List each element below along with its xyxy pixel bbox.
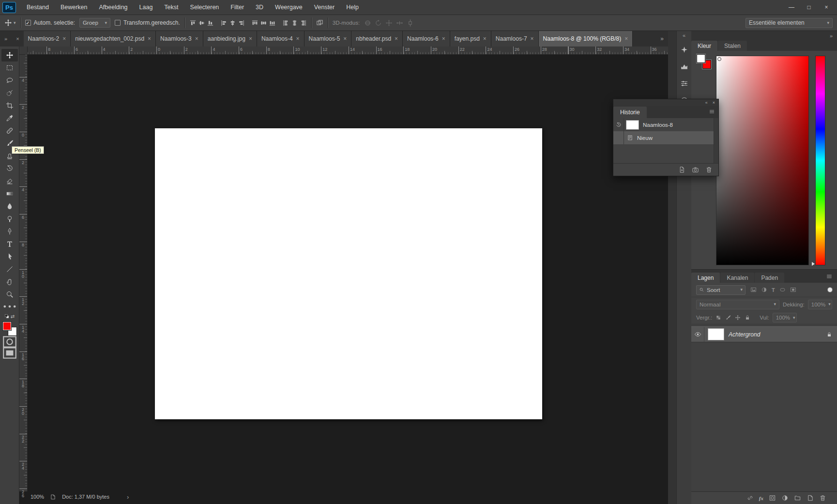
distribute-vertical-centers-icon[interactable] bbox=[260, 19, 267, 27]
histogram-panel-icon[interactable] bbox=[677, 60, 692, 73]
tab-overflow-icon[interactable]: » bbox=[656, 35, 668, 42]
menu-venster[interactable]: Venster bbox=[308, 0, 340, 15]
history-state-row[interactable]: Nieuw bbox=[613, 131, 718, 144]
trash-icon[interactable] bbox=[819, 494, 826, 502]
document-tab[interactable]: nieuwsgedachten_002.psd× bbox=[71, 31, 156, 46]
default-colors-icon[interactable] bbox=[4, 314, 10, 319]
rectangular-marquee-tool[interactable] bbox=[1, 61, 18, 74]
expand-panels-icon[interactable]: « bbox=[677, 31, 691, 39]
history-brush-well[interactable] bbox=[613, 131, 624, 144]
vertical-ruler[interactable]: 42024681 01 21 41 61 82 02 22 42 6 bbox=[19, 55, 28, 491]
document-tab[interactable]: Naamloos-5× bbox=[304, 31, 352, 46]
tab-lagen[interactable]: Lagen bbox=[691, 273, 720, 283]
tab-close-icon[interactable]: × bbox=[624, 35, 628, 42]
align-horizontal-centers-icon[interactable] bbox=[229, 19, 236, 27]
tab-historie[interactable]: Historie bbox=[613, 107, 647, 118]
spot-healing-brush-tool[interactable] bbox=[1, 124, 18, 137]
new-doc-state-icon[interactable] bbox=[678, 166, 685, 173]
maximize-button[interactable]: □ bbox=[800, 1, 818, 14]
filter-kind-dropdown[interactable]: Soort ▾ bbox=[696, 285, 746, 295]
tab-close-icon[interactable]: × bbox=[395, 35, 398, 42]
tab-close-icon[interactable]: × bbox=[195, 35, 198, 42]
pen-tool[interactable] bbox=[1, 225, 18, 238]
workspace-switcher[interactable]: Essentiële elementen ▾ bbox=[746, 18, 833, 28]
gradient-tool[interactable] bbox=[1, 187, 18, 200]
checkerboard-icon[interactable] bbox=[715, 315, 721, 321]
document-tab[interactable]: Naamloos-8 @ 100% (RGB/8)× bbox=[539, 31, 633, 46]
document-tab[interactable]: aanbieding.jpg× bbox=[203, 31, 257, 46]
collapse-dock-icon[interactable]: » bbox=[830, 33, 833, 39]
panel-menu-icon[interactable] bbox=[705, 108, 718, 116]
menu-tekst[interactable]: Tekst bbox=[158, 0, 184, 15]
tab-stalen[interactable]: Stalen bbox=[718, 41, 747, 51]
layer-name[interactable]: Achtergrond bbox=[729, 331, 760, 338]
toolbar-collapse-icon[interactable]: » bbox=[0, 36, 12, 42]
collapse-panel-icon[interactable]: « bbox=[705, 100, 708, 105]
distribute-bottom-edges-icon[interactable] bbox=[269, 19, 276, 27]
distribute-top-edges-icon[interactable] bbox=[251, 19, 259, 27]
layer-row[interactable]: Achtergrond bbox=[691, 326, 837, 342]
3d-roll-icon[interactable] bbox=[375, 19, 382, 27]
screen-mode-icon[interactable] bbox=[1, 347, 18, 358]
tab-close-icon[interactable]: × bbox=[148, 35, 151, 42]
document-tab[interactable]: nbheader.psd× bbox=[351, 31, 403, 46]
default-colors-control[interactable]: ⇄ bbox=[4, 313, 15, 320]
zoom-level-field[interactable]: 100% bbox=[30, 494, 44, 500]
horizontal-ruler[interactable]: 8642024681012141618202224262830323436 bbox=[28, 46, 668, 55]
close-panel-icon[interactable]: × bbox=[713, 100, 715, 105]
tab-kleur[interactable]: Kleur bbox=[691, 41, 717, 51]
close-icon[interactable]: × bbox=[12, 36, 23, 42]
link-icon[interactable] bbox=[746, 494, 754, 502]
history-brush-tool[interactable] bbox=[1, 162, 18, 175]
show-transform-checkbox[interactable]: ✓ Transform.gereedsch. bbox=[115, 19, 180, 26]
shape-filter-icon[interactable] bbox=[779, 287, 786, 293]
status-popup-chevron-icon[interactable]: › bbox=[127, 493, 129, 501]
brush-tool-icon[interactable] bbox=[725, 315, 731, 321]
document-tab[interactable]: Naamloos-6× bbox=[403, 31, 450, 46]
adjustment-filter-icon[interactable] bbox=[761, 287, 767, 293]
canvas-area[interactable] bbox=[28, 55, 668, 504]
document-tab[interactable]: Naamloos-2× bbox=[24, 31, 71, 46]
move-tool[interactable] bbox=[1, 49, 18, 61]
align-bottom-edges-icon[interactable] bbox=[207, 19, 214, 27]
3d-scale-icon[interactable] bbox=[407, 19, 414, 27]
lock-icon[interactable] bbox=[745, 315, 750, 321]
tab-kanalen[interactable]: Kanalen bbox=[720, 273, 754, 283]
document-tab[interactable]: Naamloos-4× bbox=[257, 31, 304, 46]
tab-close-icon[interactable]: × bbox=[343, 35, 347, 42]
pixel-filter-icon[interactable] bbox=[750, 287, 757, 293]
document-tab[interactable]: Naamloos-3× bbox=[156, 31, 203, 46]
minimize-button[interactable]: — bbox=[783, 1, 800, 14]
hand-tool[interactable] bbox=[1, 275, 18, 288]
menu-filter[interactable]: Filter bbox=[225, 0, 250, 15]
adjustment-filter-icon[interactable] bbox=[781, 494, 789, 502]
tab-close-icon[interactable]: × bbox=[442, 35, 445, 42]
foreground-color-swatch[interactable] bbox=[697, 54, 705, 63]
color-field-marker[interactable] bbox=[717, 57, 721, 61]
layer-thumbnail[interactable] bbox=[708, 328, 724, 340]
lasso-tool[interactable] bbox=[1, 74, 18, 87]
panel-menu-icon[interactable] bbox=[826, 273, 837, 281]
fill-dropdown[interactable]: 100% ▾ bbox=[773, 313, 797, 322]
properties-panel-icon[interactable] bbox=[677, 76, 692, 90]
menu-laag[interactable]: Laag bbox=[134, 0, 159, 15]
document-canvas[interactable] bbox=[155, 128, 542, 419]
swap-colors-icon[interactable]: ⇄ bbox=[11, 314, 15, 319]
hue-slider[interactable] bbox=[815, 56, 825, 265]
type-filter-icon[interactable]: T bbox=[772, 287, 775, 293]
auto-select-checkbox[interactable]: ✓ Autom. selectie: bbox=[25, 19, 75, 26]
new-layer-icon[interactable] bbox=[807, 494, 814, 502]
tab-paden[interactable]: Paden bbox=[755, 273, 784, 283]
mask-icon[interactable] bbox=[769, 494, 776, 502]
type-tool[interactable] bbox=[1, 238, 18, 250]
tab-close-icon[interactable]: × bbox=[531, 35, 534, 42]
crop-tool[interactable] bbox=[1, 99, 18, 112]
saturation-brightness-field[interactable] bbox=[716, 56, 809, 265]
blur-tool[interactable] bbox=[1, 200, 18, 213]
document-tab[interactable]: fayen.psd× bbox=[450, 31, 491, 46]
history-brush-well[interactable] bbox=[613, 118, 624, 131]
menu-help[interactable]: Help bbox=[340, 0, 365, 15]
menu-weergave[interactable]: Weergave bbox=[269, 0, 308, 15]
distribute-horizontal-centers-icon[interactable] bbox=[291, 19, 298, 27]
trash-icon[interactable] bbox=[705, 166, 713, 173]
